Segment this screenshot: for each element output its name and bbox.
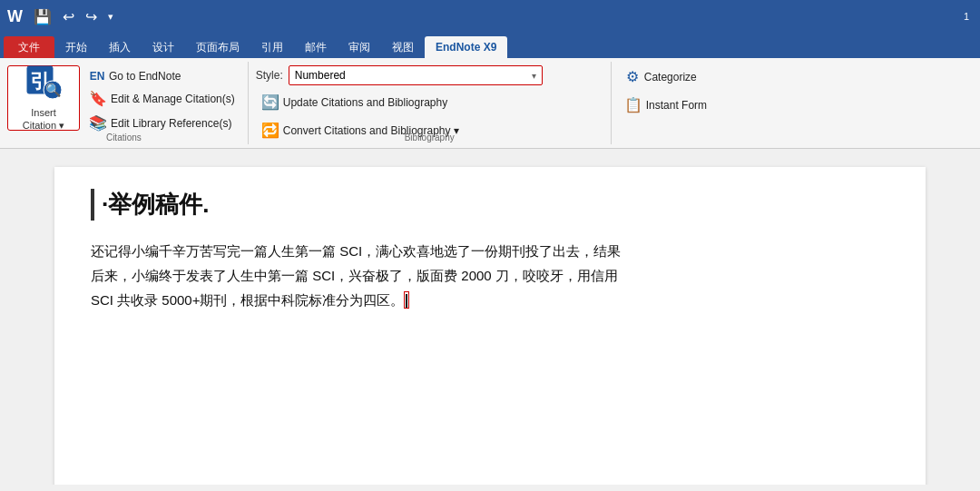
style-value: Numbered (295, 69, 346, 82)
tab-layout[interactable]: 页面布局 (185, 36, 250, 58)
tab-file-label: 文件 (18, 40, 40, 55)
right-group-content: ⚙ Categorize 📋 Instant Form (619, 65, 712, 141)
tab-home[interactable]: 开始 (54, 36, 98, 58)
document-body[interactable]: ·举例稿件. 还记得小编千辛万苦写完一篇人生第一篇 SCI，满心欢喜地选了一份期… (54, 167, 926, 485)
tab-mailings[interactable]: 邮件 (294, 36, 338, 58)
document-text[interactable]: 还记得小编千辛万苦写完一篇人生第一篇 SCI，满心欢喜地选了一份期刊投了出去，结… (91, 239, 889, 312)
title-bar-text: 1 (964, 11, 976, 22)
bibliography-group-content: Style: Numbered ▾ 🔄 Update Citations and… (256, 65, 603, 156)
quick-access-toolbar: W 💾 ↩ ↪ ▾ 1 (0, 0, 980, 33)
tab-design-label: 设计 (152, 40, 174, 55)
paragraph-3: SCI 共收录 5000+期刊，根据中科院标准分为四区。 (91, 288, 889, 312)
tab-review[interactable]: 审阅 (338, 36, 381, 58)
insert-citation-icon: 引 🔍 (25, 64, 62, 103)
tab-mailings-label: 邮件 (305, 40, 327, 55)
tab-home-label: 开始 (65, 40, 87, 55)
citation-small-buttons: EN Go to EndNote 🔖 Edit & Manage Citatio… (83, 65, 240, 134)
insert-citation-button[interactable]: 引 🔍 Insert Citation ▾ (7, 65, 80, 131)
style-row: Style: Numbered ▾ (256, 65, 543, 85)
tab-endnote-label: EndNote X9 (436, 41, 496, 54)
cursor-box (404, 291, 409, 309)
ribbon-tab-bar: 文件 开始 插入 设计 页面布局 引用 邮件 审阅 视图 EndNote X9 (0, 33, 980, 58)
paragraph-3-text: SCI 共收录 5000+期刊，根据中科院标准分为四区。 (91, 292, 404, 308)
style-dropdown[interactable]: Numbered ▾ (289, 65, 543, 85)
tab-view-label: 视图 (392, 40, 414, 55)
page-area: ·举例稿件. 还记得小编千辛万苦写完一篇人生第一篇 SCI，满心欢喜地选了一份期… (0, 149, 980, 485)
text-cursor (406, 294, 407, 308)
right-group: ⚙ Categorize 📋 Instant Form (612, 62, 720, 144)
word-logo-btn[interactable]: W (4, 5, 26, 28)
goto-endnote-icon: EN (89, 70, 105, 83)
redo-btn[interactable]: ↪ (82, 6, 101, 27)
tab-design[interactable]: 设计 (142, 36, 185, 58)
goto-endnote-btn[interactable]: EN Go to EndNote (83, 67, 240, 85)
tab-layout-label: 页面布局 (196, 40, 240, 55)
categorize-btn[interactable]: ⚙ Categorize (619, 65, 702, 88)
instant-form-icon: 📋 (624, 96, 642, 113)
dropdown-arrow-icon: ▾ (532, 71, 536, 81)
bibliography-group-label: bibliography (249, 133, 611, 142)
tab-references-label: 引用 (261, 40, 283, 55)
document-title: ·举例稿件. (91, 189, 889, 221)
ribbon-content: 引 🔍 Insert Citation ▾ EN Go to EndNote (0, 58, 980, 149)
tab-review-label: 审阅 (348, 40, 370, 55)
customize-btn[interactable]: ▾ (104, 9, 117, 25)
categorize-label: Categorize (644, 71, 697, 83)
tab-view[interactable]: 视图 (381, 36, 425, 58)
citations-group-label: Citations (0, 133, 248, 142)
update-citations-btn[interactable]: 🔄 Update Citations and Bibliography (256, 91, 453, 113)
paragraph-2: 后来，小编终于发表了人生中第一篇 SCI，兴奋极了，版面费 2000 刀，咬咬牙… (91, 263, 889, 288)
tab-file[interactable]: 文件 (4, 36, 54, 58)
undo-btn[interactable]: ↩ (59, 6, 78, 27)
edit-library-btn[interactable]: 📚 Edit Library Reference(s) (83, 112, 240, 134)
update-citations-icon: 🔄 (261, 93, 279, 111)
instant-form-label: Instant Form (646, 99, 707, 112)
categorize-icon: ⚙ (624, 68, 641, 85)
edit-library-label: Edit Library Reference(s) (111, 117, 231, 130)
edit-citation-icon: 🔖 (89, 90, 107, 107)
goto-endnote-label: Go to EndNote (109, 70, 181, 83)
tab-endnote[interactable]: EndNote X9 (425, 36, 507, 58)
save-btn[interactable]: 💾 (30, 6, 55, 27)
tab-insert-label: 插入 (109, 40, 131, 55)
edit-citation-label: Edit & Manage Citation(s) (111, 93, 235, 105)
citations-group: 引 🔍 Insert Citation ▾ EN Go to EndNote (0, 62, 249, 144)
instant-form-btn[interactable]: 📋 Instant Form (619, 93, 712, 116)
tab-insert[interactable]: 插入 (98, 36, 142, 58)
paragraph-1: 还记得小编千辛万苦写完一篇人生第一篇 SCI，满心欢喜地选了一份期刊投了出去，结… (91, 239, 889, 263)
style-label: Style: (256, 69, 283, 82)
edit-library-icon: 📚 (89, 114, 107, 132)
svg-text:🔍: 🔍 (45, 83, 62, 98)
update-citations-label: Update Citations and Bibliography (283, 96, 447, 109)
bibliography-group: Style: Numbered ▾ 🔄 Update Citations and… (249, 62, 612, 144)
insert-citation-label: Insert Citation ▾ (23, 107, 64, 131)
tab-references[interactable]: 引用 (250, 36, 294, 58)
edit-manage-citation-btn[interactable]: 🔖 Edit & Manage Citation(s) (83, 87, 240, 110)
